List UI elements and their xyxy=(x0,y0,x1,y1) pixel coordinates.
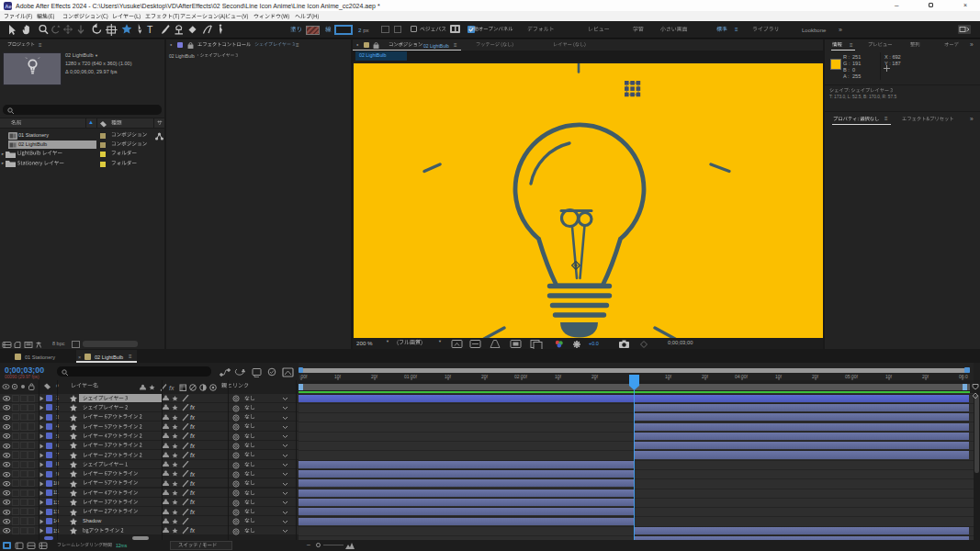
svg-text:fx: fx xyxy=(169,385,175,391)
